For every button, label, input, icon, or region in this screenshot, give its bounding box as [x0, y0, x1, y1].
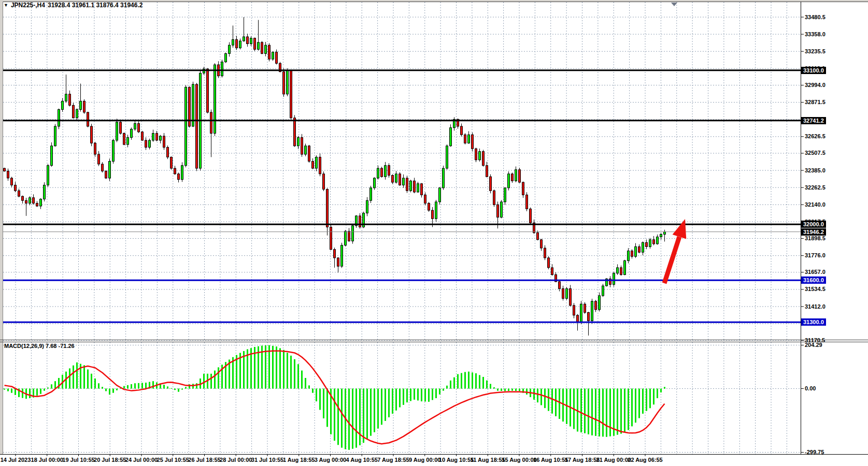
- candle-bear: [178, 172, 180, 182]
- macd-bar: [537, 389, 538, 403]
- candle-bull: [40, 198, 42, 209]
- candle-bear: [283, 68, 285, 97]
- candle-bear: [428, 202, 430, 212]
- candle-bear: [482, 150, 485, 166]
- macd-bar: [649, 389, 651, 409]
- candle-bear: [323, 171, 325, 191]
- candle-bull: [624, 260, 626, 275]
- candle-bear: [526, 192, 528, 211]
- macd-bar: [337, 389, 339, 445]
- price-tick-label: 32385.0: [805, 167, 826, 173]
- candle-bear: [511, 172, 514, 183]
- candle-bull: [566, 287, 568, 300]
- candle-bull: [149, 139, 151, 150]
- macd-bar: [98, 383, 99, 388]
- price-level-badge: 31600.0: [801, 276, 826, 284]
- macd-label: MACD(12,26,9) 7.68 -71.26: [4, 343, 75, 349]
- macd-bar: [163, 385, 165, 388]
- chart-canvas[interactable]: [0, 0, 868, 466]
- candle-bull: [109, 158, 111, 181]
- candle-bull: [355, 215, 358, 228]
- macd-bar: [428, 389, 430, 402]
- candle-bull: [613, 272, 615, 287]
- macd-bar: [406, 389, 408, 403]
- candle-bear: [540, 239, 543, 251]
- macd-bar: [638, 389, 640, 418]
- candle-bear: [189, 86, 191, 127]
- chart-shift-marker-icon[interactable]: [671, 3, 677, 6]
- chart-window: ▼ JPN225-,H4 31928.4 31961.1 31876.4 319…: [0, 0, 868, 466]
- candle-bear: [399, 172, 401, 186]
- candle-bear: [163, 133, 165, 150]
- macd-bar: [145, 383, 147, 388]
- annotations-layer[interactable]: [664, 219, 686, 283]
- macd-bar: [497, 389, 499, 391]
- candle-bull: [134, 120, 136, 131]
- candle-bull: [580, 301, 582, 324]
- macd-tick-label: 204.29: [805, 342, 822, 348]
- macd-bar: [403, 389, 404, 405]
- candle-bear: [620, 266, 622, 276]
- macd-bar: [511, 389, 513, 391]
- time-tick-label: 1 Aug 18:55: [283, 457, 315, 463]
- price-tick-label: 32262.5: [805, 184, 826, 191]
- macd-bar: [334, 389, 335, 441]
- candle-bull: [345, 230, 347, 246]
- candle-bear: [196, 83, 198, 171]
- candle-bear: [94, 142, 96, 157]
- candle-bear: [570, 285, 572, 306]
- price-tick-label: 31657.0: [805, 269, 826, 275]
- candle-bear: [348, 228, 350, 241]
- macd-bar: [210, 374, 212, 389]
- macd-bar: [417, 389, 419, 401]
- candle-bull: [363, 212, 365, 228]
- price-tick-label: 33235.5: [805, 48, 826, 54]
- macd-bar: [319, 389, 321, 410]
- macd-bar: [392, 389, 393, 414]
- candle-bear: [519, 168, 521, 183]
- macd-bar: [653, 389, 654, 405]
- candle-bull: [410, 180, 412, 192]
- macd-bar: [7, 389, 9, 391]
- candle-bear: [276, 50, 278, 65]
- candle-bull: [272, 51, 274, 61]
- candle-bull: [265, 42, 267, 56]
- macd-bar: [399, 389, 401, 407]
- candle-bear: [156, 131, 158, 141]
- candle-bear: [584, 302, 586, 314]
- candle-bull: [287, 68, 289, 96]
- macd-tick-label: -299.75: [805, 449, 824, 455]
- candle-bear: [559, 281, 561, 292]
- candle-bull: [395, 171, 397, 183]
- candle-bear: [562, 286, 564, 301]
- macd-bar: [305, 378, 306, 389]
- candle-bull: [54, 124, 56, 147]
- macd-bar: [54, 381, 56, 388]
- macd-bar: [588, 389, 589, 434]
- candle-bull: [435, 200, 437, 222]
- candle-bear: [544, 245, 546, 260]
- price-level-badge: 32000.0: [801, 221, 826, 228]
- candle-bull: [374, 177, 376, 190]
- macd-bar: [493, 387, 495, 388]
- price-level-badge: 33100.0: [801, 67, 826, 74]
- time-tick-label: 21 Aug 00:00: [596, 457, 631, 463]
- macd-bar: [450, 381, 451, 389]
- chevron-down-icon[interactable]: ▼: [4, 3, 8, 8]
- macd-bar: [178, 389, 179, 392]
- time-tick-label: 17 Aug 18:55: [565, 457, 600, 463]
- candle-bull: [131, 127, 133, 140]
- horizontal-levels-layer[interactable]: [3, 70, 801, 322]
- candle-bull: [225, 53, 227, 63]
- time-tick-label: 10 Aug 10:55: [439, 457, 474, 463]
- time-tick-label: 15 Aug 00:00: [502, 457, 536, 463]
- candle-bear: [170, 156, 173, 169]
- candle-bull: [181, 162, 183, 182]
- macd-bar: [283, 350, 284, 389]
- macd-bar: [152, 381, 154, 388]
- price-tick-label: 32871.5: [805, 99, 826, 105]
- candle-bear: [421, 183, 423, 198]
- trend-arrow-shaft[interactable]: [664, 237, 679, 283]
- macd-bar: [308, 385, 310, 388]
- macd-bar: [294, 359, 295, 389]
